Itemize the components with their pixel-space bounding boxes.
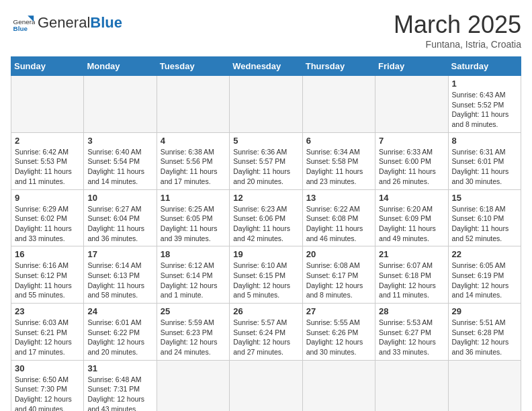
calendar-cell: [375, 76, 448, 133]
day-info: Sunrise: 6:05 AMSunset: 6:19 PMDaylight:…: [452, 261, 517, 300]
day-number: 13: [306, 193, 371, 203]
day-info: Sunrise: 6:25 AMSunset: 6:05 PMDaylight:…: [161, 204, 226, 244]
day-info: Sunrise: 6:03 AMSunset: 6:21 PMDaylight:…: [15, 318, 80, 357]
day-number: 4: [161, 136, 226, 146]
day-number: 25: [161, 306, 226, 316]
weekday-header-thursday: Thursday: [302, 57, 375, 76]
weekday-header-sunday: Sunday: [11, 57, 84, 76]
calendar-cell: [230, 76, 302, 133]
day-info: Sunrise: 6:40 AMSunset: 5:54 PMDaylight:…: [87, 147, 152, 187]
weekday-header-row: SundayMondayTuesdayWednesdayThursdayFrid…: [11, 57, 521, 76]
day-info: Sunrise: 6:10 AMSunset: 6:15 PMDaylight:…: [233, 261, 298, 300]
day-number: 7: [379, 136, 444, 146]
calendar-cell: 6Sunrise: 6:34 AMSunset: 5:58 PMDaylight…: [302, 132, 375, 189]
svg-text:Blue: Blue: [13, 25, 28, 32]
calendar-cell: 26Sunrise: 5:57 AMSunset: 6:24 PMDayligh…: [230, 304, 302, 361]
day-number: 27: [306, 306, 371, 316]
day-info: Sunrise: 6:36 AMSunset: 5:57 PMDaylight:…: [233, 147, 298, 187]
day-info: Sunrise: 6:34 AMSunset: 5:58 PMDaylight:…: [306, 147, 371, 187]
day-number: 30: [15, 363, 80, 373]
day-info: Sunrise: 6:48 AMSunset: 7:31 PMDaylight:…: [87, 375, 152, 411]
calendar-cell: [375, 360, 448, 411]
calendar-cell: 19Sunrise: 6:10 AMSunset: 6:15 PMDayligh…: [230, 246, 302, 304]
day-number: 3: [87, 136, 152, 146]
title-area: March 2025 Funtana, Istria, Croatia: [394, 11, 521, 50]
calendar: SundayMondayTuesdayWednesdayThursdayFrid…: [11, 56, 521, 411]
calendar-cell: [230, 360, 302, 411]
calendar-cell: 25Sunrise: 5:59 AMSunset: 6:23 PMDayligh…: [157, 304, 229, 361]
day-number: 16: [15, 249, 80, 259]
calendar-cell: 31Sunrise: 6:48 AMSunset: 7:31 PMDayligh…: [84, 360, 157, 411]
day-info: Sunrise: 6:27 AMSunset: 6:04 PMDaylight:…: [87, 204, 152, 244]
calendar-cell: 7Sunrise: 6:33 AMSunset: 6:00 PMDaylight…: [375, 132, 448, 189]
day-number: 5: [233, 136, 298, 146]
day-number: 31: [87, 363, 152, 373]
logo-text: GeneralBlue: [38, 15, 122, 30]
day-number: 14: [379, 193, 444, 203]
day-info: Sunrise: 5:55 AMSunset: 6:26 PMDaylight:…: [306, 318, 371, 357]
calendar-cell: 1Sunrise: 6:43 AMSunset: 5:52 PMDaylight…: [448, 76, 521, 133]
day-info: Sunrise: 6:08 AMSunset: 6:17 PMDaylight:…: [306, 261, 371, 300]
calendar-cell: 17Sunrise: 6:14 AMSunset: 6:13 PMDayligh…: [84, 246, 157, 304]
day-info: Sunrise: 6:16 AMSunset: 6:12 PMDaylight:…: [15, 261, 80, 300]
day-info: Sunrise: 5:59 AMSunset: 6:23 PMDaylight:…: [161, 318, 226, 357]
day-info: Sunrise: 6:23 AMSunset: 6:06 PMDaylight:…: [233, 204, 298, 244]
calendar-cell: 28Sunrise: 5:53 AMSunset: 6:27 PMDayligh…: [375, 304, 448, 361]
day-info: Sunrise: 6:29 AMSunset: 6:02 PMDaylight:…: [15, 204, 80, 244]
calendar-cell: 3Sunrise: 6:40 AMSunset: 5:54 PMDaylight…: [84, 132, 157, 189]
calendar-cell: 8Sunrise: 6:31 AMSunset: 6:01 PMDaylight…: [448, 132, 521, 189]
calendar-week-3: 9Sunrise: 6:29 AMSunset: 6:02 PMDaylight…: [11, 189, 521, 246]
weekday-header-saturday: Saturday: [448, 57, 521, 76]
calendar-week-6: 30Sunrise: 6:50 AMSunset: 7:30 PMDayligh…: [11, 360, 521, 411]
calendar-cell: [302, 360, 375, 411]
day-number: 9: [15, 193, 80, 203]
month-title: March 2025: [394, 11, 521, 39]
day-number: 21: [379, 249, 444, 259]
day-info: Sunrise: 6:12 AMSunset: 6:14 PMDaylight:…: [161, 261, 226, 300]
calendar-cell: [11, 76, 84, 133]
day-info: Sunrise: 6:50 AMSunset: 7:30 PMDaylight:…: [15, 375, 80, 411]
calendar-cell: 12Sunrise: 6:23 AMSunset: 6:06 PMDayligh…: [230, 189, 302, 246]
day-number: 19: [233, 249, 298, 259]
day-info: Sunrise: 5:53 AMSunset: 6:27 PMDaylight:…: [379, 318, 444, 357]
day-number: 8: [452, 136, 517, 146]
weekday-header-wednesday: Wednesday: [230, 57, 302, 76]
day-info: Sunrise: 6:31 AMSunset: 6:01 PMDaylight:…: [452, 147, 517, 187]
day-info: Sunrise: 6:22 AMSunset: 6:08 PMDaylight:…: [306, 204, 371, 244]
calendar-cell: 14Sunrise: 6:20 AMSunset: 6:09 PMDayligh…: [375, 189, 448, 246]
calendar-cell: [157, 360, 229, 411]
day-number: 26: [233, 306, 298, 316]
day-number: 28: [379, 306, 444, 316]
day-number: 24: [87, 306, 152, 316]
weekday-header-monday: Monday: [84, 57, 157, 76]
weekday-header-tuesday: Tuesday: [157, 57, 229, 76]
day-info: Sunrise: 6:18 AMSunset: 6:10 PMDaylight:…: [452, 204, 517, 244]
day-number: 6: [306, 136, 371, 146]
calendar-cell: [448, 360, 521, 411]
day-info: Sunrise: 6:38 AMSunset: 5:56 PMDaylight:…: [161, 147, 226, 187]
calendar-cell: [84, 76, 157, 133]
day-info: Sunrise: 5:57 AMSunset: 6:24 PMDaylight:…: [233, 318, 298, 357]
calendar-cell: 4Sunrise: 6:38 AMSunset: 5:56 PMDaylight…: [157, 132, 229, 189]
day-number: 10: [87, 193, 152, 203]
day-info: Sunrise: 6:33 AMSunset: 6:00 PMDaylight:…: [379, 147, 444, 187]
calendar-week-1: 1Sunrise: 6:43 AMSunset: 5:52 PMDaylight…: [11, 76, 521, 133]
day-number: 15: [452, 193, 517, 203]
day-number: 1: [452, 79, 517, 89]
day-info: Sunrise: 6:43 AMSunset: 5:52 PMDaylight:…: [452, 90, 517, 130]
calendar-week-4: 16Sunrise: 6:16 AMSunset: 6:12 PMDayligh…: [11, 246, 521, 304]
day-number: 12: [233, 193, 298, 203]
calendar-cell: 18Sunrise: 6:12 AMSunset: 6:14 PMDayligh…: [157, 246, 229, 304]
calendar-week-5: 23Sunrise: 6:03 AMSunset: 6:21 PMDayligh…: [11, 304, 521, 361]
day-number: 22: [452, 249, 517, 259]
calendar-cell: [157, 76, 229, 133]
calendar-cell: 9Sunrise: 6:29 AMSunset: 6:02 PMDaylight…: [11, 189, 84, 246]
day-number: 20: [306, 249, 371, 259]
calendar-cell: 29Sunrise: 5:51 AMSunset: 6:28 PMDayligh…: [448, 304, 521, 361]
calendar-cell: 10Sunrise: 6:27 AMSunset: 6:04 PMDayligh…: [84, 189, 157, 246]
calendar-cell: 13Sunrise: 6:22 AMSunset: 6:08 PMDayligh…: [302, 189, 375, 246]
calendar-week-2: 2Sunrise: 6:42 AMSunset: 5:53 PMDaylight…: [11, 132, 521, 189]
day-info: Sunrise: 5:51 AMSunset: 6:28 PMDaylight:…: [452, 318, 517, 357]
calendar-cell: 5Sunrise: 6:36 AMSunset: 5:57 PMDaylight…: [230, 132, 302, 189]
calendar-cell: 11Sunrise: 6:25 AMSunset: 6:05 PMDayligh…: [157, 189, 229, 246]
